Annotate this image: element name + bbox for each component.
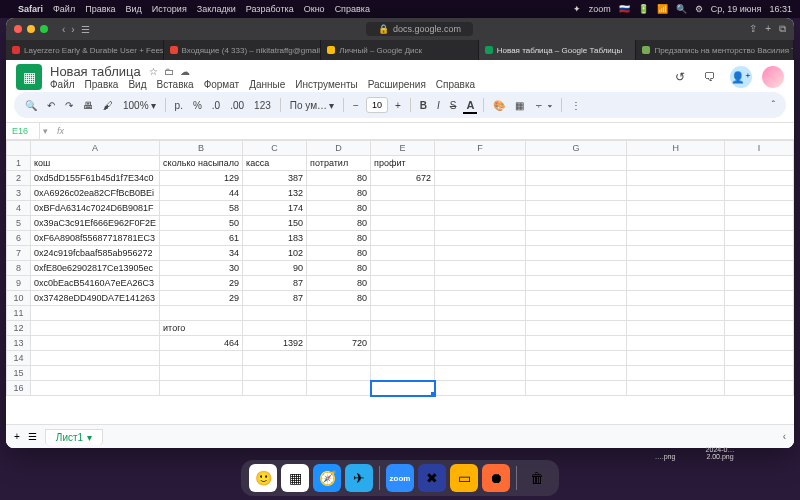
cell-D8[interactable]: 80 [307, 261, 371, 276]
cell-A4[interactable]: 0xBFdA6314c7024D6B9081F [31, 201, 160, 216]
cell-F1[interactable] [435, 156, 526, 171]
user-avatar[interactable] [762, 66, 784, 88]
sheets-menu-data[interactable]: Данные [249, 79, 285, 90]
cell-I15[interactable] [725, 366, 794, 381]
dec-decrease-button[interactable]: .0 [209, 98, 223, 113]
star-icon[interactable]: ☆ [149, 66, 158, 77]
sheet-tab-1[interactable]: Лист1 ▾ [45, 429, 103, 445]
row-header-14[interactable]: 14 [7, 351, 31, 366]
cell-G2[interactable] [525, 171, 627, 186]
cell-A5[interactable]: 0x39aC3c91Ef666E962F0F2E [31, 216, 160, 231]
redo-button[interactable]: ↷ [62, 98, 76, 113]
col-header-A[interactable]: A [31, 141, 160, 156]
app-name[interactable]: Safari [18, 4, 43, 14]
cell-B13[interactable]: 464 [160, 336, 243, 351]
cell-C4[interactable]: 174 [243, 201, 307, 216]
cell-I13[interactable] [725, 336, 794, 351]
sheets-menu-format[interactable]: Формат [204, 79, 240, 90]
cell-G11[interactable] [525, 306, 627, 321]
cell-A8[interactable]: 0xfE80e62902817Ce13905ec [31, 261, 160, 276]
cell-H12[interactable] [627, 321, 725, 336]
col-header-G[interactable]: G [525, 141, 627, 156]
dec-increase-button[interactable]: .00 [227, 98, 247, 113]
menu-view[interactable]: Вид [126, 4, 142, 14]
scroll-right-icon[interactable]: ‹ [783, 431, 786, 442]
cell-A14[interactable] [31, 351, 160, 366]
cell-E15[interactable] [371, 366, 435, 381]
row-header-12[interactable]: 12 [7, 321, 31, 336]
control-center-icon[interactable]: ⚙ [695, 4, 703, 14]
paint-format-button[interactable]: 🖌 [100, 98, 116, 113]
cell-B12[interactable]: итого [160, 321, 243, 336]
cell-G16[interactable] [525, 381, 627, 396]
cell-F11[interactable] [435, 306, 526, 321]
dock-safari-icon[interactable]: 🧭 [313, 464, 341, 492]
menubar-time[interactable]: 16:31 [769, 4, 792, 14]
cell-E11[interactable] [371, 306, 435, 321]
text-color-button[interactable]: A [463, 97, 477, 113]
cell-I10[interactable] [725, 291, 794, 306]
borders-button[interactable]: ▦ [512, 98, 527, 113]
toolbar-search-icon[interactable]: 🔍 [22, 98, 40, 113]
cell-C1[interactable]: касса [243, 156, 307, 171]
cell-I5[interactable] [725, 216, 794, 231]
col-header-E[interactable]: E [371, 141, 435, 156]
cell-C11[interactable] [243, 306, 307, 321]
cell-D15[interactable] [307, 366, 371, 381]
cell-A15[interactable] [31, 366, 160, 381]
merge-button[interactable]: ⫟ ▾ [531, 98, 555, 113]
col-header-B[interactable]: B [160, 141, 243, 156]
cell-E16[interactable] [371, 381, 435, 396]
dock-recorder-icon[interactable]: ⏺ [482, 464, 510, 492]
cell-E14[interactable] [371, 351, 435, 366]
cell-F8[interactable] [435, 261, 526, 276]
cell-H6[interactable] [627, 231, 725, 246]
share-button[interactable]: 👤⁺ [730, 66, 752, 88]
sheets-menu-edit[interactable]: Правка [85, 79, 119, 90]
cell-A10[interactable]: 0x37428eDD490DA7E141263 [31, 291, 160, 306]
cell-C12[interactable] [243, 321, 307, 336]
cell-H2[interactable] [627, 171, 725, 186]
cell-B3[interactable]: 44 [160, 186, 243, 201]
name-box[interactable]: E16 [6, 123, 40, 139]
cell-B14[interactable] [160, 351, 243, 366]
row-header-7[interactable]: 7 [7, 246, 31, 261]
row-header-5[interactable]: 5 [7, 216, 31, 231]
cell-D5[interactable]: 80 [307, 216, 371, 231]
cell-H15[interactable] [627, 366, 725, 381]
raycast-icon[interactable]: ✦ [573, 4, 581, 14]
sidebar-toggle-icon[interactable]: ☰ [81, 24, 90, 35]
cell-I11[interactable] [725, 306, 794, 321]
sheets-menu-file[interactable]: Файл [50, 79, 75, 90]
cell-D3[interactable]: 80 [307, 186, 371, 201]
cell-F12[interactable] [435, 321, 526, 336]
battery-icon[interactable]: 🔋 [638, 4, 649, 14]
cell-G13[interactable] [525, 336, 627, 351]
nav-back-icon[interactable]: ‹ [62, 24, 65, 35]
cell-E9[interactable] [371, 276, 435, 291]
corner-cell[interactable] [7, 141, 31, 156]
cell-E3[interactable] [371, 186, 435, 201]
cell-G12[interactable] [525, 321, 627, 336]
window-minimize-button[interactable] [27, 25, 35, 33]
cell-F2[interactable] [435, 171, 526, 186]
cell-E13[interactable] [371, 336, 435, 351]
cell-C3[interactable]: 132 [243, 186, 307, 201]
menu-window[interactable]: Окно [304, 4, 325, 14]
cell-C14[interactable] [243, 351, 307, 366]
font-size-input[interactable] [366, 97, 388, 113]
col-header-I[interactable]: I [725, 141, 794, 156]
col-header-D[interactable]: D [307, 141, 371, 156]
cell-H7[interactable] [627, 246, 725, 261]
row-header-6[interactable]: 6 [7, 231, 31, 246]
print-button[interactable]: 🖶 [80, 98, 96, 113]
cell-B5[interactable]: 50 [160, 216, 243, 231]
menu-edit[interactable]: Правка [85, 4, 115, 14]
cell-C7[interactable]: 102 [243, 246, 307, 261]
add-sheet-button[interactable]: + [14, 431, 20, 442]
cell-G8[interactable] [525, 261, 627, 276]
cell-I3[interactable] [725, 186, 794, 201]
cell-F13[interactable] [435, 336, 526, 351]
cell-B1[interactable]: сколько насыпало [160, 156, 243, 171]
font-size-increase[interactable]: + [392, 98, 404, 113]
